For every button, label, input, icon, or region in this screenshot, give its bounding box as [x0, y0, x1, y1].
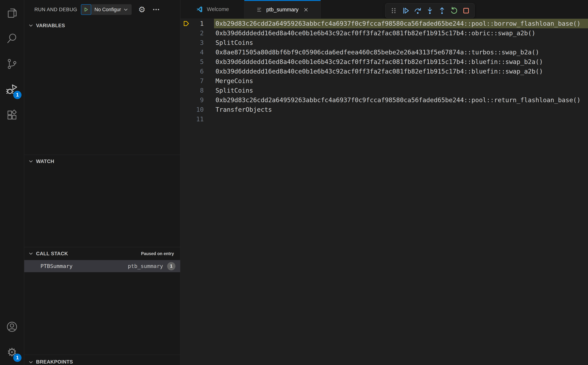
code-line-text: 0xb39d6dddedd16ed8a40ce0b1e6b43c92acf0ff… — [214, 28, 588, 38]
restart-button[interactable] — [449, 5, 460, 17]
code-line[interactable]: 7 MergeCoins — [181, 76, 588, 86]
code-line-text: 0xb39d6dddedd16ed8a40ce0b1e6b43c92acf0ff… — [214, 57, 588, 67]
frame-file: ptb_summary — [128, 263, 163, 269]
debug-settings-button[interactable]: ⚙ — [138, 6, 145, 14]
step-out-icon — [438, 7, 446, 15]
gear-icon: ⚙ — [138, 6, 145, 14]
code-line[interactable]: 1 0xb29d83c26cdd2a64959263abbcfc4a6937f0… — [181, 19, 588, 28]
activity-item-explorer[interactable] — [0, 0, 24, 26]
code-line-text — [214, 114, 588, 124]
code-line[interactable]: 11 — [181, 114, 588, 124]
breakpoints-label: BREAKPOINTS — [36, 359, 73, 365]
activity-item-extensions[interactable] — [0, 102, 24, 128]
activity-item-source-control[interactable] — [0, 51, 24, 77]
list-file-icon — [256, 7, 262, 13]
step-out-button[interactable] — [437, 5, 447, 17]
code-line-text: SplitCoins — [214, 86, 588, 95]
activity-item-accounts[interactable] — [0, 314, 24, 339]
frame-name: PTBSummary — [41, 263, 73, 269]
search-icon — [6, 32, 18, 44]
vscode-logo-icon — [196, 6, 203, 13]
tab-welcome[interactable]: Welcome — [181, 0, 244, 18]
watch-section: WATCH — [24, 155, 180, 168]
debug-config-group: No Configur — [81, 4, 132, 15]
call-stack-label: CALL STACK — [36, 251, 68, 257]
sidebar-header: RUN AND DEBUG No Configur ⚙ — [24, 0, 180, 19]
step-into-icon — [426, 7, 434, 15]
close-icon — [303, 7, 309, 12]
toolbar-drag-handle[interactable] — [388, 5, 399, 17]
variables-label: VARIABLES — [36, 23, 65, 28]
code-editor[interactable]: 1 0xb29d83c26cdd2a64959263abbcfc4a6937f0… — [181, 18, 588, 365]
debug-toolbar — [385, 3, 475, 18]
step-over-icon — [413, 7, 422, 15]
code-line-text: 0xb29d83c26cdd2a64959263abbcfc4a6937f0c9… — [214, 95, 588, 105]
tab-welcome-label: Welcome — [207, 6, 229, 12]
line-number: 7 — [193, 77, 204, 84]
chevron-down-icon — [28, 159, 34, 164]
code-line-text: 0xb29d83c26cdd2a64959263abbcfc4a6937f0c9… — [214, 19, 588, 28]
code-line[interactable]: 2 0xb39d6dddedd16ed8a40ce0b1e6b43c92acf0… — [181, 28, 588, 38]
editor-group: Welcome ptb_summary — [181, 0, 588, 365]
gripper-icon — [390, 7, 398, 15]
tab-bar: Welcome ptb_summary — [181, 0, 588, 18]
code-line-text: TransferObjects — [214, 105, 588, 114]
debug-current-line-icon — [182, 20, 190, 27]
activity-item-run-and-debug[interactable]: 1 — [0, 77, 24, 102]
activity-item-search[interactable] — [0, 26, 24, 51]
line-number: 2 — [193, 29, 204, 37]
breakpoints-section: BREAKPOINTS — [24, 355, 180, 365]
chevron-down-icon — [28, 360, 34, 365]
code-line-text: 0x8ae871505a80d8bf6bf9c05906cda6edfeea46… — [214, 47, 588, 57]
breakpoints-section-header[interactable]: BREAKPOINTS — [24, 355, 180, 365]
code-line[interactable]: 3 SplitCoins — [181, 38, 588, 47]
activity-bar: 1 ⚙ 1 — [0, 0, 24, 365]
line-number: 6 — [193, 68, 204, 75]
call-stack-frame-row[interactable]: PTBSummary ptb_summary 1 — [24, 260, 180, 272]
call-stack-section: CALL STACK Paused on entry PTBSummary pt… — [24, 247, 180, 272]
close-tab-button[interactable] — [303, 7, 309, 12]
line-number: 4 — [193, 49, 204, 56]
code-line[interactable]: 4 0x8ae871505a80d8bf6bf9c05906cda6edfeea… — [181, 47, 588, 57]
variables-section-header[interactable]: VARIABLES — [24, 19, 180, 32]
views-more-actions-button[interactable] — [152, 6, 160, 14]
tab-ptb-summary[interactable]: ptb_summary — [244, 0, 321, 18]
code-line-text: SplitCoins — [214, 38, 588, 47]
code-line[interactable]: 6 0xb39d6dddedd16ed8a40ce0b1e6b43c92acf0… — [181, 67, 588, 76]
play-icon — [83, 7, 89, 12]
code-line[interactable]: 8 SplitCoins — [181, 86, 588, 95]
call-stack-section-header[interactable]: CALL STACK Paused on entry — [24, 247, 180, 260]
code-line[interactable]: 5 0xb39d6dddedd16ed8a40ce0b1e6b43c92acf0… — [181, 57, 588, 67]
code-line[interactable]: 10 TransferObjects — [181, 105, 588, 114]
ellipsis-icon — [152, 6, 160, 14]
activity-item-settings[interactable]: ⚙ 1 — [0, 339, 24, 365]
tab-ptb-summary-label: ptb_summary — [266, 7, 299, 13]
watch-label: WATCH — [36, 159, 54, 164]
line-number: 9 — [193, 96, 204, 104]
stop-button[interactable] — [461, 5, 471, 17]
frame-badge: 1 — [167, 262, 175, 270]
line-number: 3 — [193, 39, 204, 46]
line-number: 8 — [193, 87, 204, 94]
continue-button[interactable] — [400, 5, 411, 17]
activity-bar-bottom: ⚙ 1 — [0, 314, 24, 365]
debug-badge: 1 — [13, 91, 21, 99]
chevron-down-icon — [28, 23, 34, 28]
watch-section-header[interactable]: WATCH — [24, 155, 180, 168]
settings-badge: 1 — [13, 354, 21, 362]
step-over-button[interactable] — [412, 5, 423, 17]
line-number: 1 — [193, 20, 204, 27]
run-and-debug-sidebar: RUN AND DEBUG No Configur ⚙ — [24, 0, 180, 365]
chevron-down-icon — [123, 7, 128, 12]
gutter[interactable] — [181, 20, 193, 27]
chevron-down-icon — [28, 251, 34, 256]
continue-icon — [402, 7, 410, 15]
account-icon — [6, 321, 18, 333]
step-into-button[interactable] — [425, 5, 435, 17]
debug-configuration-dropdown[interactable]: No Configur — [91, 4, 132, 15]
line-number: 10 — [193, 106, 204, 113]
code-line[interactable]: 9 0xb29d83c26cdd2a64959263abbcfc4a6937f0… — [181, 95, 588, 105]
start-debugging-button[interactable] — [81, 4, 91, 15]
stop-icon — [462, 7, 470, 15]
code-line-text: MergeCoins — [214, 76, 588, 86]
